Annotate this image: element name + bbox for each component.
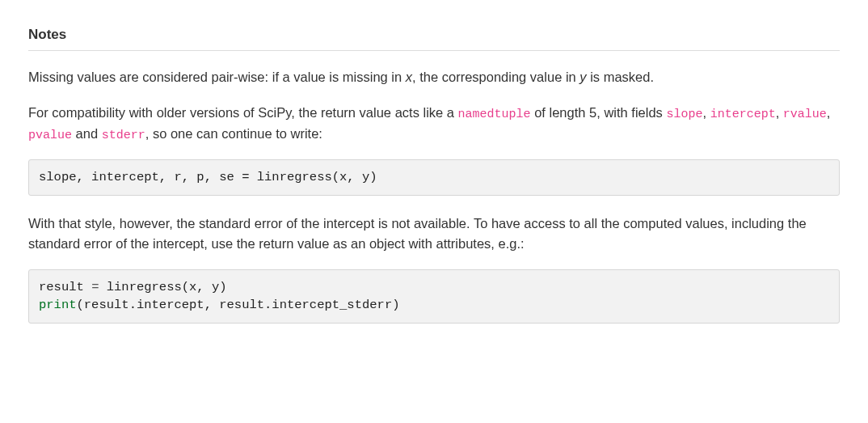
code-stderr: stderr <box>102 129 145 142</box>
text-fragment: is masked. <box>587 70 654 84</box>
code-text: slope, intercept, r, p, se = linregress(… <box>39 170 377 184</box>
text-fragment: For compatibility with older versions of… <box>28 105 458 120</box>
text-fragment: , <box>702 105 710 120</box>
code-block-result: result = linregress(x, y) print(result.i… <box>28 269 840 324</box>
code-rvalue: rvalue <box>783 108 827 121</box>
code-slope: slope <box>666 108 702 121</box>
text-fragment: , <box>776 105 783 120</box>
code-text: result <box>39 280 91 294</box>
paragraph-standard-error: With that style, however, the standard e… <box>28 214 840 255</box>
paragraph-compatibility: For compatibility with older versions of… <box>28 103 840 146</box>
text-fragment: , so one can continue to write: <box>145 126 322 141</box>
code-pvalue: pvalue <box>28 129 72 142</box>
code-builtin-print: print <box>39 298 77 312</box>
code-block-unpack: slope, intercept, r, p, se = linregress(… <box>28 159 840 195</box>
text-fragment: of length 5, with fields <box>531 105 667 120</box>
paragraph-missing-values: Missing values are considered pair-wise:… <box>28 67 840 88</box>
code-namedtuple: namedtuple <box>458 108 531 121</box>
variable-y: y <box>579 70 586 84</box>
code-intercept: intercept <box>710 108 776 121</box>
text-fragment: , the corresponding value in <box>412 70 579 84</box>
section-title: Notes <box>28 24 840 51</box>
text-fragment: Missing values are considered pair-wise:… <box>28 70 406 84</box>
code-text: linregress(x, y) <box>99 280 226 294</box>
text-fragment: , <box>827 105 831 120</box>
code-text: (result.intercept, result.intercept_stde… <box>77 298 400 312</box>
variable-x: x <box>406 70 412 84</box>
text-fragment: and <box>72 126 102 141</box>
